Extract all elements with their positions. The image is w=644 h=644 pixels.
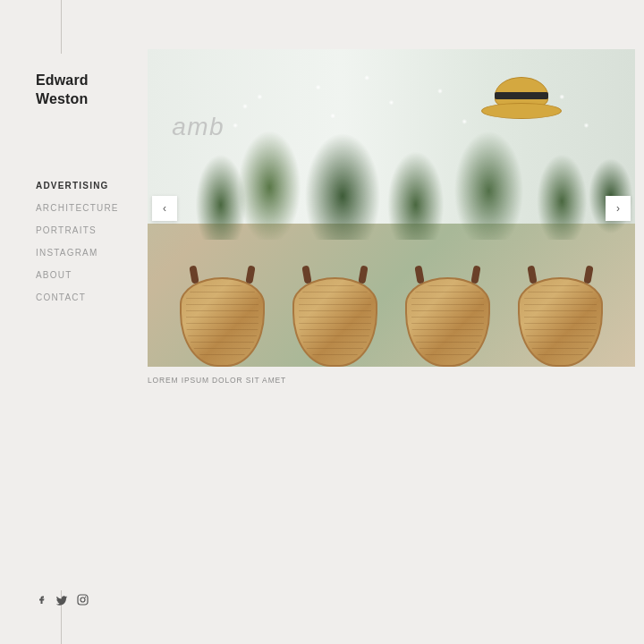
svg-point-2 — [85, 597, 86, 597]
nav-item-contact[interactable]: CONTACT — [36, 292, 139, 302]
main-nav: ADVERTISING ARCHITECTURE PORTRAITS INSTA… — [36, 181, 139, 302]
sidebar: Edward Weston ADVERTISING ARCHITECTURE P… — [0, 0, 139, 644]
slider-prev-button[interactable]: ‹ — [152, 196, 177, 221]
slide-caption: LOREM IPSUM DOLOR SIT AMET — [148, 376, 286, 385]
nav-item-portraits[interactable]: PORTRAITS — [36, 225, 139, 235]
image-slider: amb — [148, 49, 635, 367]
chevron-left-icon: ‹ — [163, 202, 166, 215]
nav-item-instagram[interactable]: INSTAGRAM — [36, 248, 139, 258]
hat-band — [495, 92, 548, 99]
chevron-right-icon: › — [616, 202, 620, 215]
main-content: amb — [139, 0, 644, 644]
facebook-icon[interactable] — [36, 594, 47, 608]
instagram-icon[interactable] — [77, 594, 89, 608]
nav-item-about[interactable]: ABOUT — [36, 270, 139, 280]
twitter-icon[interactable] — [56, 594, 68, 608]
svg-rect-0 — [78, 595, 88, 605]
site-logo: Edward Weston — [36, 72, 139, 109]
nav-item-architecture[interactable]: ARCHITECTURE — [36, 203, 139, 213]
social-links — [36, 594, 89, 608]
svg-point-1 — [80, 597, 85, 602]
baskets-row — [148, 208, 635, 368]
basket-4 — [518, 277, 603, 367]
hat-brim — [481, 103, 562, 119]
site-title: Edward Weston — [36, 72, 139, 109]
slide-image: amb — [148, 49, 635, 367]
basket-3 — [405, 277, 490, 367]
slider-next-button[interactable]: › — [606, 196, 631, 221]
nav-item-advertising[interactable]: ADVERTISING — [36, 181, 139, 191]
basket-1 — [180, 277, 265, 367]
basket-2 — [292, 277, 377, 367]
hat-decoration — [481, 74, 562, 119]
